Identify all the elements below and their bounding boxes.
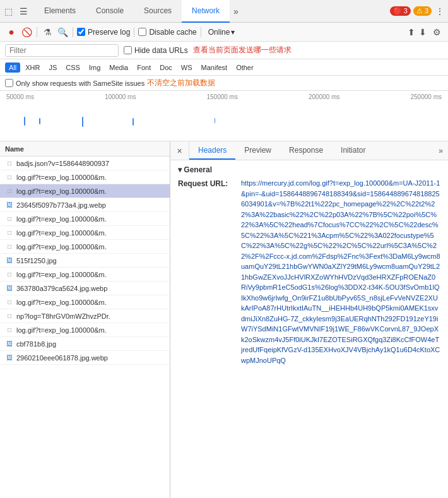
- detail-tab-more[interactable]: »: [433, 146, 448, 155]
- request-name: 515f1250.jpg: [16, 257, 165, 264]
- type-btn-manifest[interactable]: Manifest: [197, 62, 232, 73]
- list-item[interactable]: □log.gif?t=exp_log.100000&m.: [0, 184, 170, 198]
- dropdown-arrow-icon: ▾: [231, 28, 235, 37]
- timeline-canvas: [6, 100, 442, 138]
- filter-input[interactable]: [5, 44, 119, 57]
- toolbar-separator-4: [201, 27, 201, 37]
- tab-sources[interactable]: Sources: [134, 0, 182, 23]
- gif-file-icon: □: [5, 312, 14, 321]
- list-item[interactable]: 🖼2960210eee061878.jpg.webp: [0, 351, 170, 365]
- preserve-log-checkbox[interactable]: [77, 28, 85, 36]
- tab-more[interactable]: »: [230, 6, 242, 16]
- gif-file-icon: □: [5, 187, 14, 196]
- list-item[interactable]: □log.gif?t=exp_log.100000&m.: [0, 170, 170, 184]
- detail-tab-preview[interactable]: Preview: [235, 141, 280, 160]
- disable-cache-checkbox[interactable]: [138, 28, 146, 36]
- error-badge: 🔴 3: [390, 6, 411, 16]
- list-item[interactable]: □log.gif?t=exp_log.100000&m.: [0, 323, 170, 337]
- upload-icon[interactable]: ⬆: [408, 27, 415, 37]
- type-btn-js[interactable]: JS: [45, 62, 61, 73]
- list-item[interactable]: 🖼515f1250.jpg: [0, 254, 170, 268]
- toolbar-separator-1: [37, 27, 37, 37]
- timeline-label-5: 250000 ms: [411, 93, 442, 100]
- json-file-icon: □: [5, 159, 14, 168]
- type-btn-other[interactable]: Other: [232, 62, 257, 73]
- timeline-bar-1: [24, 117, 25, 126]
- search-icon[interactable]: 🔍: [56, 26, 69, 39]
- preserve-log-label[interactable]: Preserve log: [77, 28, 130, 37]
- img-file-icon: 🖼: [5, 284, 14, 293]
- timeline-bar-5: [215, 118, 215, 123]
- clear-button[interactable]: 🚫: [20, 26, 33, 39]
- filter-annotation: 查看当前页面发送哪一些请求: [193, 45, 292, 56]
- samesite-bar: Only show requests with SameSite issues …: [0, 76, 448, 91]
- devtools-icons: ⬚ ☰: [3, 6, 29, 17]
- detail-close-button[interactable]: ×: [170, 141, 189, 160]
- record-button[interactable]: ●: [5, 26, 18, 39]
- devtools-icon-2[interactable]: ☰: [18, 6, 29, 17]
- request-list-header: Name: [0, 141, 170, 157]
- filter-icon[interactable]: ⚗: [41, 26, 54, 39]
- list-item[interactable]: □badjs.json?v=1586448900937: [0, 157, 170, 170]
- type-btn-img[interactable]: Img: [85, 62, 104, 73]
- toolbar-separator-2: [73, 27, 73, 37]
- timeline-label-2: 100000 ms: [105, 93, 136, 100]
- list-item[interactable]: □log.gif?t=exp_log.100000&m.: [0, 226, 170, 240]
- toolbar: ● 🚫 ⚗ 🔍 Preserve log Disable cache Onlin…: [0, 23, 448, 42]
- tab-elements[interactable]: Elements: [34, 0, 86, 23]
- type-btn-doc[interactable]: Doc: [156, 62, 176, 73]
- request-name: log.gif?t=exp_log.100000&m.: [16, 229, 165, 237]
- gif-file-icon: □: [5, 228, 14, 237]
- list-item[interactable]: □log.gif?t=exp_log.100000&m.: [0, 212, 170, 226]
- settings-icon[interactable]: ⚙: [430, 26, 443, 39]
- samesite-checkbox[interactable]: [5, 79, 13, 87]
- request-name: 23645f5097b773a4.jpg.webp: [16, 201, 165, 209]
- timeline-bar-2: [39, 118, 40, 124]
- tab-console[interactable]: Console: [86, 0, 134, 23]
- more-options-icon[interactable]: ⋮: [434, 6, 445, 17]
- gif-file-icon: □: [5, 242, 14, 251]
- list-item[interactable]: 🖼363780a379ca5624.jpg.webp: [0, 282, 170, 295]
- request-name: badjs.json?v=1586448900937: [16, 160, 165, 167]
- detail-tab-initiator[interactable]: Initiator: [332, 141, 374, 160]
- timeline-bar-3: [82, 117, 83, 127]
- samesite-annotation: 不清空之前加载数据: [147, 78, 215, 88]
- hide-data-urls-checkbox[interactable]: [124, 46, 132, 54]
- img-file-icon: 🖼: [5, 201, 14, 210]
- devtools-icon-1[interactable]: ⬚: [3, 6, 14, 17]
- main-area: Name □badjs.json?v=1586448900937□log.gif…: [0, 141, 448, 498]
- request-name: 2960210eee061878.jpg.webp: [16, 354, 165, 362]
- list-item[interactable]: □log.gif?t=exp_log.100000&m.: [0, 240, 170, 254]
- detail-tab-response[interactable]: Response: [280, 141, 332, 160]
- general-section-title: ▾ General: [178, 165, 440, 174]
- request-name: log.gif?t=exp_log.100000&m.: [16, 215, 165, 223]
- timeline-label-4: 200000 ms: [309, 93, 339, 100]
- tab-network[interactable]: Network: [182, 0, 230, 23]
- type-btn-xhr[interactable]: XHR: [21, 62, 44, 73]
- type-btn-all[interactable]: All: [5, 62, 20, 73]
- disable-cache-label[interactable]: Disable cache: [138, 28, 196, 37]
- timeline-ruler: 50000 ms 100000 ms 150000 ms 200000 ms 2…: [0, 91, 448, 100]
- request-list-body[interactable]: □badjs.json?v=1586448900937□log.gif?t=ex…: [0, 157, 170, 498]
- type-btn-ws[interactable]: WS: [177, 62, 196, 73]
- list-item[interactable]: 🖼cbf781b8.jpg: [0, 337, 170, 351]
- list-item[interactable]: □log.gif?t=exp_log.100000&m.: [0, 268, 170, 282]
- detail-panel: × Headers Preview Response Initiator » ▾…: [170, 141, 448, 498]
- list-item[interactable]: 🖼23645f5097b773a4.jpg.webp: [0, 198, 170, 212]
- toolbar-separator-3: [134, 27, 134, 37]
- hide-data-urls-label[interactable]: Hide data URLs: [124, 46, 188, 55]
- type-filter-bar: All XHR JS CSS Img Media Font Doc WS Man…: [0, 59, 448, 76]
- list-item[interactable]: □np?log=T8hrGV0mWZhvzPDr.: [0, 309, 170, 323]
- timeline-area: 50000 ms 100000 ms 150000 ms 200000 ms 2…: [0, 91, 448, 141]
- gif-file-icon: □: [5, 173, 14, 182]
- download-icon[interactable]: ⬇: [419, 27, 427, 37]
- request-name: log.gif?t=exp_log.100000&m.: [16, 326, 165, 334]
- type-btn-font[interactable]: Font: [133, 62, 155, 73]
- tab-bar-right: 🔴 3 ⚠ 3 ⋮: [390, 6, 445, 17]
- list-item[interactable]: □log.gif?t=exp_log.100000&m.: [0, 295, 170, 309]
- type-btn-media[interactable]: Media: [105, 62, 132, 73]
- timeline-bar-4: [133, 118, 134, 126]
- online-dropdown[interactable]: Online ▾: [205, 26, 239, 39]
- detail-tab-headers[interactable]: Headers: [189, 141, 235, 160]
- type-btn-css[interactable]: CSS: [62, 62, 84, 73]
